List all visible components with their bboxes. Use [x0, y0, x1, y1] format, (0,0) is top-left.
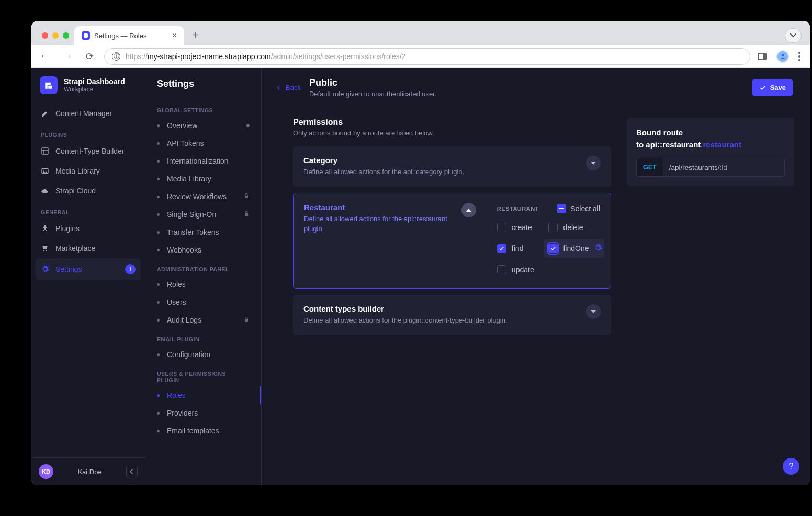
accordion-subtitle: Define all allowed actions for the api::… [304, 214, 461, 234]
back-icon[interactable]: ← [37, 48, 52, 65]
brand-subtitle: Workplace [64, 86, 125, 93]
site-info-icon[interactable]: ⓘ [112, 52, 120, 61]
browser-toolbar: ← → ⟳ ⓘ https://my-strapi-project-name.s… [31, 45, 810, 68]
route-path: /api/restaurants/:id [663, 158, 784, 176]
action-findone[interactable]: findOne [544, 239, 604, 258]
close-window-icon[interactable] [42, 32, 48, 39]
permissions-subtitle: Only actions bound by a route are listed… [293, 129, 611, 137]
strapi-favicon-icon [82, 31, 90, 40]
brand-title: Strapi Dashboard [64, 77, 125, 86]
http-method: GET [637, 158, 663, 176]
settings-sso[interactable]: Single Sign-On [145, 205, 261, 223]
settings-admin-users[interactable]: Users [145, 293, 261, 311]
svg-point-0 [782, 54, 784, 56]
action-find[interactable]: find [497, 244, 549, 254]
pencil-icon [41, 109, 49, 118]
settings-email-config[interactable]: Configuration [145, 346, 261, 363]
close-tab-icon[interactable]: × [172, 31, 177, 40]
settings-up-providers[interactable]: Providers [145, 404, 261, 422]
checkbox-icon[interactable] [497, 265, 506, 274]
lock-icon [243, 210, 250, 219]
expand-button[interactable] [586, 304, 601, 319]
settings-api-tokens[interactable]: API Tokens [145, 134, 261, 152]
toolbar-right [758, 50, 805, 63]
section-users-permissions: USERS & PERMISSIONS PLUGIN [145, 363, 261, 386]
window-traffic-lights [37, 25, 74, 45]
checkbox-icon[interactable] [548, 223, 558, 232]
nav-marketplace[interactable]: Marketplace [31, 238, 145, 258]
settings-title: Settings [145, 68, 261, 100]
help-button[interactable]: ? [783, 458, 799, 475]
new-tab-button[interactable]: + [187, 27, 203, 43]
section-admin-panel: ADMINISTRATION PANEL [145, 259, 261, 276]
action-settings-icon[interactable] [594, 244, 602, 254]
accordion-title: Content types builder [303, 304, 586, 313]
settings-audit-logs[interactable]: Audit Logs [145, 311, 261, 329]
collapse-button[interactable] [461, 203, 476, 217]
back-link[interactable]: Back [275, 84, 301, 91]
action-delete[interactable]: delete [548, 223, 600, 232]
checkbox-indeterminate-icon[interactable] [557, 204, 566, 213]
nav-footer: KD Kai Doe [31, 457, 145, 485]
settings-media-library[interactable]: Media Library [145, 170, 261, 188]
browser-window: Settings — Roles × + ← → ⟳ ⓘ https://my-… [31, 21, 810, 485]
profile-avatar-icon[interactable] [776, 50, 789, 63]
settings-review-workflows[interactable]: Review Workflows [145, 188, 261, 205]
lock-icon [243, 192, 250, 201]
gear-icon [41, 265, 49, 273]
accordion-subtitle: Define all allowed actions for the api::… [303, 167, 586, 177]
forward-icon: → [60, 48, 75, 65]
settings-internationalization[interactable]: Internationalization [145, 152, 261, 170]
user-avatar[interactable]: KD [39, 464, 53, 479]
nav-plugins[interactable]: Plugins [31, 219, 145, 238]
nav-settings[interactable]: Settings 1 [36, 258, 141, 280]
settings-webhooks[interactable]: Webhooks [145, 241, 261, 259]
section-global-settings: GLOBAL SETTINGS [145, 100, 261, 117]
bound-route-title: Bound route to api::restaurant.restauran… [636, 127, 785, 151]
select-all-toggle[interactable]: Select all [557, 204, 600, 213]
settings-overview[interactable]: Overview [145, 117, 261, 134]
settings-transfer-tokens[interactable]: Transfer Tokens [145, 223, 261, 241]
settings-up-roles[interactable]: Roles [145, 386, 261, 404]
layout-icon [41, 147, 49, 155]
action-create[interactable]: create [497, 223, 549, 232]
cloud-icon [41, 187, 49, 195]
reload-icon[interactable]: ⟳ [83, 48, 97, 65]
nav-content-manager[interactable]: Content Manager [31, 104, 145, 123]
lock-icon [243, 316, 250, 324]
maximize-window-icon[interactable] [63, 32, 69, 39]
main-content: Back Public Default role given to unauth… [262, 68, 810, 485]
strapi-logo-icon [40, 76, 58, 94]
expand-button[interactable] [586, 156, 601, 170]
accordion-title: Category [303, 156, 586, 165]
accordion-title: Restaurant [304, 203, 461, 212]
browser-tab[interactable]: Settings — Roles × [74, 26, 184, 45]
tab-title: Settings — Roles [94, 32, 146, 40]
nav-content-type-builder[interactable]: Content-Type Builder [31, 141, 145, 161]
brand: Strapi Dashboard Workplace [31, 68, 145, 104]
settings-badge: 1 [125, 264, 136, 274]
minimize-window-icon[interactable] [52, 32, 59, 39]
accordion-content-type-builder: Content types builder Define all allowed… [293, 295, 611, 335]
checkbox-checked-icon[interactable] [548, 244, 558, 253]
route-display: GET /api/restaurants/:id [636, 158, 785, 177]
side-panel-icon[interactable] [758, 53, 767, 60]
browser-menu-icon[interactable] [798, 52, 800, 61]
strapi-app: Strapi Dashboard Workplace Content Manag… [31, 68, 810, 485]
browser-tabbar: Settings — Roles × + [31, 21, 810, 45]
checkbox-icon[interactable] [497, 223, 506, 232]
nav-strapi-cloud[interactable]: Strapi Cloud [31, 181, 145, 201]
svg-rect-1 [48, 86, 52, 89]
address-bar[interactable]: ⓘ https://my-strapi-project-name.strapia… [104, 48, 750, 65]
action-update[interactable]: update [497, 265, 549, 274]
save-button[interactable]: Save [752, 79, 793, 96]
settings-admin-roles[interactable]: Roles [145, 276, 261, 293]
status-dot-icon [246, 124, 250, 127]
nav-media-library[interactable]: Media Library [31, 161, 145, 181]
nav-section-general: GENERAL [31, 201, 145, 219]
tabs-dropdown-button[interactable] [785, 28, 802, 43]
checkbox-checked-icon[interactable] [497, 244, 506, 253]
group-label: RESTAURANT [497, 205, 539, 212]
settings-up-email-templates[interactable]: Email templates [145, 422, 261, 440]
collapse-nav-button[interactable] [126, 466, 138, 477]
